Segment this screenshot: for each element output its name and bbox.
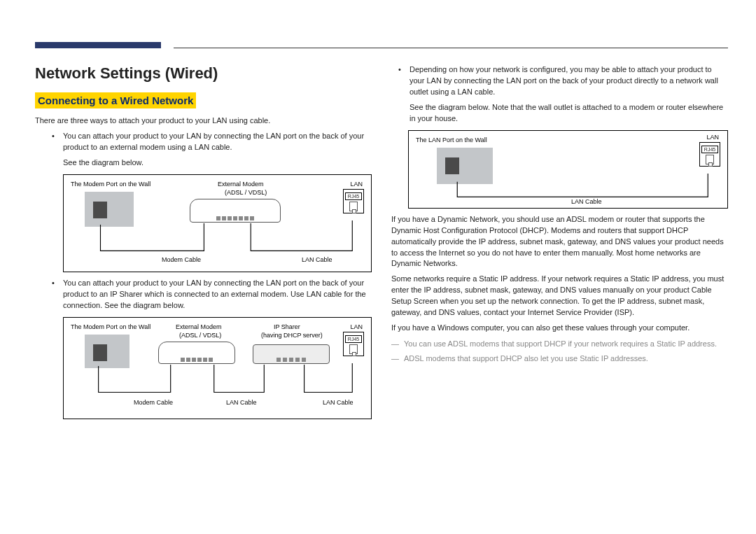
diagram-3: The LAN Port on the Wall LAN RJ45 LAN Ca…: [408, 130, 728, 209]
para-static: Some networks require a Static IP addres…: [391, 274, 728, 318]
bullet-list-2: You can attach your product to your LAN …: [35, 278, 372, 311]
d3-cable: LAN Cable: [571, 198, 602, 205]
modem-icon: [190, 199, 281, 223]
diagram-1: The Modem Port on the Wall External Mode…: [63, 174, 372, 272]
page-title: Network Settings (Wired): [35, 64, 372, 83]
d2-cable3: LAN Cable: [323, 399, 354, 406]
rj45-label: RJ45: [345, 192, 362, 200]
wall-plate-icon: [85, 335, 130, 368]
bullet-1-text: You can attach your product to your LAN …: [63, 132, 364, 151]
router-icon: [253, 344, 330, 364]
lan-port-icon: RJ45: [343, 189, 364, 213]
diagram-2: The Modem Port on the Wall External Mode…: [63, 317, 372, 419]
intro-text: There are three ways to attach your prod…: [35, 115, 372, 127]
para-dynamic: If you have a Dynamic Network, you shoul…: [391, 214, 728, 270]
d1-wall-label: The Modem Port on the Wall: [71, 181, 150, 188]
header-accent-bar: [35, 42, 161, 48]
rj45-label: RJ45: [701, 146, 718, 153]
d2-modem-label: External Modem: [176, 323, 222, 330]
d2-router-sub: (having DHCP server): [261, 332, 323, 339]
para-windows: If you have a Windows computer, you can …: [391, 323, 728, 334]
bullet-item-2: You can attach your product to your LAN …: [52, 278, 372, 311]
notes-block: You can use ADSL modems that support DHC…: [391, 338, 728, 364]
rj45-label: RJ45: [345, 335, 362, 343]
d3-wall-label: The LAN Port on the Wall: [416, 136, 487, 143]
d2-lan-header: LAN: [350, 323, 363, 330]
note-2: ADSL modems that support DHCP also let y…: [391, 353, 728, 365]
d1-lan-header: LAN: [350, 181, 363, 188]
d2-modem-sub: (ADSL / VDSL): [179, 332, 221, 339]
d1-modem-sub: (ADSL / VDSL): [225, 189, 267, 196]
bullet-3-text: Depending on how your network is configu…: [410, 65, 718, 96]
modem-icon: [158, 342, 235, 364]
left-column: Network Settings (Wired) Connecting to a…: [35, 64, 372, 425]
bullet-item-1: You can attach your product to your LAN …: [52, 131, 372, 153]
right-column: Depending on how your network is configu…: [391, 64, 728, 425]
d2-wall-label: The Modem Port on the Wall: [71, 323, 150, 330]
note-1: You can use ADSL modems that support DHC…: [391, 338, 728, 350]
d1-cable2: LAN Cable: [302, 256, 332, 263]
bullet-3-sub: See the diagram below. Note that the wal…: [391, 102, 728, 125]
header-rule: [174, 48, 728, 48]
bullet-2-text: You can attach your product to your LAN …: [63, 279, 366, 309]
d3-lan-header: LAN: [706, 134, 719, 141]
bullet-list-3: Depending on how your network is configu…: [391, 64, 728, 98]
lan-port-icon: RJ45: [343, 332, 364, 356]
bullet-item-3: Depending on how your network is configu…: [398, 64, 728, 98]
bullet-list-1: You can attach your product to your LAN …: [35, 131, 372, 153]
wall-plate-icon: [85, 192, 134, 227]
d2-router-label: IP Sharer: [274, 323, 300, 330]
d1-modem-label: External Modem: [218, 181, 264, 188]
page-content: Network Settings (Wired) Connecting to a…: [35, 64, 728, 425]
bullet-1-sub: See the diagram below.: [35, 157, 372, 169]
d2-cable1: Modem Cable: [134, 399, 173, 406]
lan-port-icon: RJ45: [699, 142, 720, 167]
d1-cable1: Modem Cable: [162, 256, 201, 263]
section-subtitle: Connecting to a Wired Network: [35, 92, 196, 108]
d2-cable2: LAN Cable: [226, 399, 257, 406]
wall-plate-icon: [437, 148, 493, 184]
